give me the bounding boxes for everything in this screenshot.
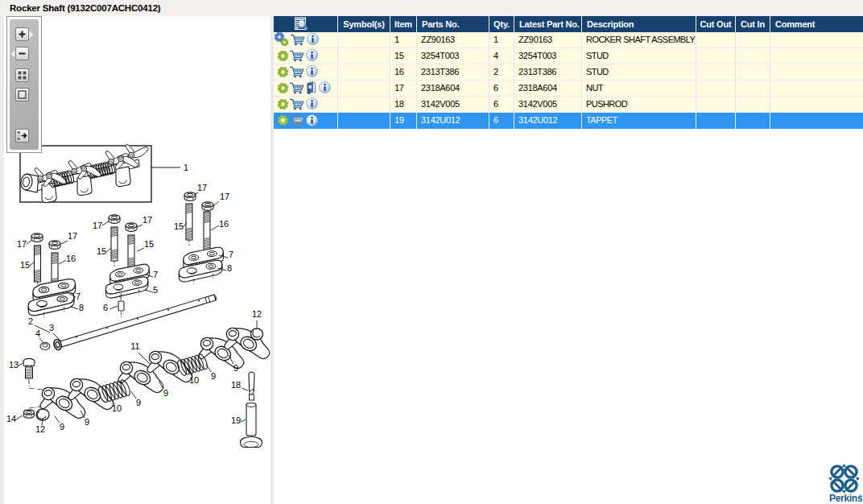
svg-text:9: 9: [85, 417, 89, 427]
svg-text:7: 7: [229, 250, 233, 259]
svg-text:15: 15: [20, 260, 30, 270]
svg-text:17: 17: [220, 192, 229, 201]
svg-text:2: 2: [28, 316, 33, 326]
svg-text:8: 8: [79, 303, 84, 312]
svg-text:7: 7: [76, 291, 81, 301]
svg-text:9: 9: [60, 422, 64, 432]
svg-text:17: 17: [142, 215, 152, 225]
svg-text:17: 17: [93, 221, 102, 230]
svg-text:11: 11: [130, 341, 139, 351]
svg-text:1: 1: [184, 163, 188, 172]
svg-text:9: 9: [136, 398, 141, 407]
svg-text:3: 3: [49, 323, 54, 333]
svg-text:17: 17: [17, 239, 27, 249]
svg-text:12: 12: [35, 424, 45, 434]
svg-text:4: 4: [35, 328, 40, 338]
svg-text:10: 10: [112, 403, 122, 413]
svg-text:7: 7: [153, 270, 158, 279]
svg-text:9: 9: [233, 363, 238, 373]
svg-text:17: 17: [68, 231, 77, 241]
svg-text:Perkins: Perkins: [829, 493, 862, 504]
svg-text:15: 15: [144, 239, 154, 249]
svg-text:12: 12: [252, 309, 262, 319]
svg-text:6: 6: [103, 303, 108, 312]
svg-text:5: 5: [153, 285, 158, 295]
svg-text:19: 19: [231, 415, 241, 425]
svg-text:13: 13: [9, 360, 19, 370]
svg-text:9: 9: [211, 371, 216, 381]
svg-text:15: 15: [97, 246, 106, 256]
svg-text:17: 17: [197, 183, 207, 192]
svg-text:18: 18: [231, 380, 241, 390]
svg-text:15: 15: [174, 221, 184, 231]
svg-text:9: 9: [163, 388, 168, 398]
svg-text:®: ®: [859, 494, 862, 498]
svg-text:8: 8: [227, 263, 232, 273]
svg-text:16: 16: [219, 219, 229, 229]
svg-text:10: 10: [189, 375, 199, 385]
svg-text:14: 14: [6, 414, 16, 423]
svg-text:16: 16: [66, 254, 76, 263]
